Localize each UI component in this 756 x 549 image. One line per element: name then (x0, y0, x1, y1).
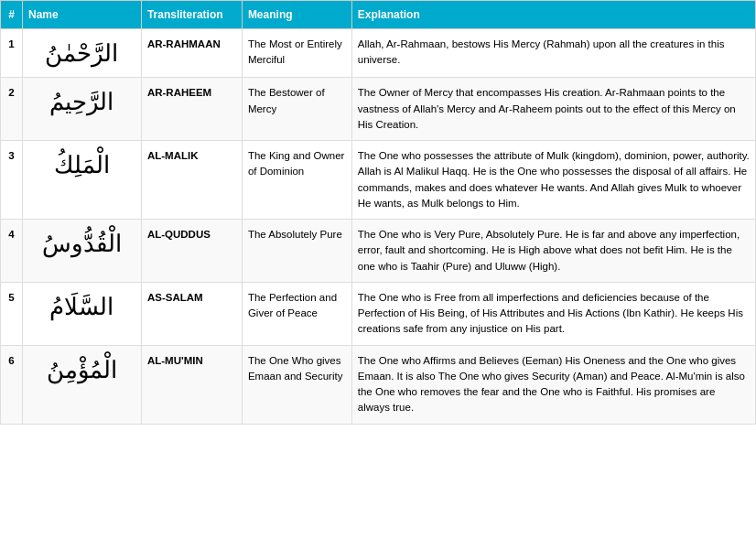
row-meaning: The Most or Entirely Merciful (242, 29, 351, 78)
table-row: 1الرَّحْمٰنُAR-RAHMAANThe Most or Entire… (1, 29, 756, 78)
row-arabic-name: الْمُؤْمِنُ (22, 345, 141, 424)
row-num: 1 (1, 29, 23, 78)
header-transliteration: Transliteration (141, 1, 242, 29)
header-meaning: Meaning (242, 1, 351, 29)
table-row: 6الْمُؤْمِنُAL-MU'MINThe One Who gives E… (1, 345, 756, 424)
row-arabic-name: الرَّحِيمُ (22, 78, 141, 141)
row-transliteration: AL-MU'MIN (141, 345, 242, 424)
row-num: 6 (1, 345, 23, 424)
row-transliteration: AL-QUDDUS (141, 220, 242, 283)
row-explanation: The One who Affirms and Believes (Eeman)… (351, 345, 755, 424)
row-explanation: The One who is Free from all imperfectio… (351, 282, 755, 345)
row-arabic-name: الْقُدُّوسُ (22, 220, 141, 283)
row-transliteration: AS-SALAM (141, 282, 242, 345)
names-table: # Name Transliteration Meaning Explanati… (0, 0, 756, 425)
row-num: 3 (1, 141, 23, 220)
row-explanation: The One who possesses the attribute of M… (351, 141, 755, 220)
table-row: 2الرَّحِيمُAR-RAHEEMThe Bestower of Merc… (1, 78, 756, 141)
row-explanation: The Owner of Mercy that encompasses His … (351, 78, 755, 141)
header-num: # (1, 1, 23, 29)
table-row: 5السَّلَامُAS-SALAMThe Perfection and Gi… (1, 282, 756, 345)
row-transliteration: AR-RAHEEM (141, 78, 242, 141)
row-explanation: Allah, Ar-Rahmaan, bestows His Mercy (Ra… (351, 29, 755, 78)
table-row: 3الْمَلِكُAL-MALIKThe King and Owner of … (1, 141, 756, 220)
row-arabic-name: الرَّحْمٰنُ (22, 29, 141, 78)
table-row: 4الْقُدُّوسُAL-QUDDUSThe Absolutely Pure… (1, 220, 756, 283)
row-meaning: The One Who gives Emaan and Security (242, 345, 351, 424)
row-num: 5 (1, 282, 23, 345)
row-num: 2 (1, 78, 23, 141)
row-transliteration: AL-MALIK (141, 141, 242, 220)
header-name: Name (22, 1, 141, 29)
row-meaning: The Bestower of Mercy (242, 78, 351, 141)
row-arabic-name: الْمَلِكُ (22, 141, 141, 220)
row-explanation: The One who is Very Pure, Absolutely Pur… (351, 220, 755, 283)
row-meaning: The Perfection and Giver of Peace (242, 282, 351, 345)
row-num: 4 (1, 220, 23, 283)
row-meaning: The King and Owner of Dominion (242, 141, 351, 220)
row-arabic-name: السَّلَامُ (22, 282, 141, 345)
row-meaning: The Absolutely Pure (242, 220, 351, 283)
header-explanation: Explanation (351, 1, 755, 29)
row-transliteration: AR-RAHMAAN (141, 29, 242, 78)
